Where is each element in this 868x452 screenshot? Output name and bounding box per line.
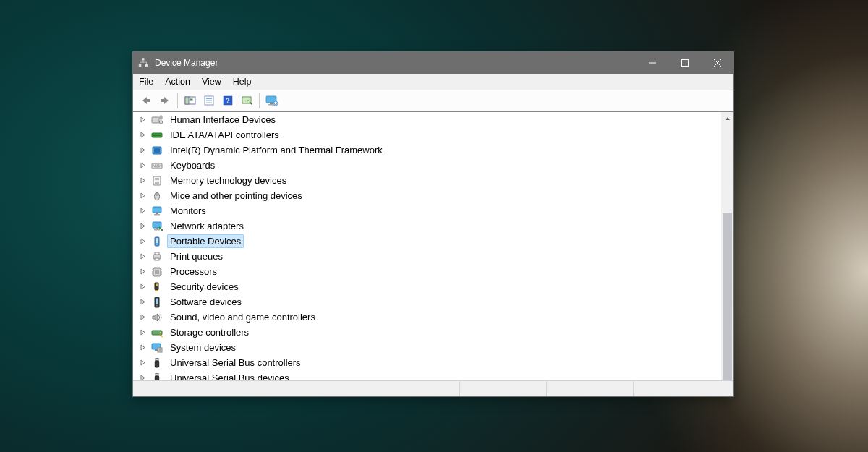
network-icon [151,221,163,232]
ide-icon [151,129,163,141]
expander-icon[interactable] [139,207,147,215]
properties-icon [203,95,215,106]
toolbar-separator [177,93,178,108]
svg-rect-81 [156,373,158,376]
tree-item-label: Memory technology devices [167,174,289,187]
svg-rect-1 [139,64,142,67]
expander-icon[interactable] [139,313,147,321]
svg-rect-27 [152,163,162,169]
device-tree[interactable]: Human Interface DevicesIDE ATA/ATAPI con… [133,112,721,380]
expander-icon[interactable] [139,268,147,276]
expander-icon[interactable] [139,161,147,169]
svg-rect-67 [156,283,158,286]
statusbar [133,380,733,396]
scrollbar-thumb[interactable] [723,213,732,380]
svg-rect-47 [156,238,158,243]
tree-item-label: Intel(R) Dynamic Platform and Thermal Fr… [167,143,386,157]
expander-icon[interactable] [139,146,147,154]
statusbar-cell [133,381,460,396]
tree-item[interactable]: IDE ATA/ATAPI controllers [133,127,721,142]
toolbar-forward-button[interactable] [156,93,174,109]
expander-icon[interactable] [139,237,147,245]
svg-rect-6 [190,99,193,101]
expander-icon[interactable] [139,131,147,139]
svg-rect-24 [153,135,161,136]
expander-icon[interactable] [139,192,147,200]
toolbar-show-hidden-button[interactable] [182,93,199,109]
statusbar-cell [460,381,547,396]
tree-item[interactable]: Network adapters [133,218,721,234]
expander-icon[interactable] [139,222,147,230]
tree-item[interactable]: Security devices [133,279,721,294]
tree-item[interactable]: Monitors [133,203,721,218]
svg-rect-70 [156,298,158,304]
scrollbar-track[interactable] [721,124,733,368]
tree-item[interactable]: Universal Serial Bus controllers [133,355,721,370]
menu-file[interactable]: File [133,74,159,90]
tree-item[interactable]: Software devices [133,294,721,310]
expander-icon[interactable] [139,374,147,380]
vertical-scrollbar[interactable] [721,112,733,380]
menu-action[interactable]: Action [159,74,196,90]
minimize-button[interactable] [636,52,668,74]
titlebar[interactable]: Device Manager [133,52,733,74]
expander-icon[interactable] [139,283,147,291]
mouse-icon [151,190,163,202]
tree-item[interactable]: Universal Serial Bus devices [133,370,721,380]
expander-icon[interactable] [139,298,147,306]
usb-icon [151,372,163,381]
tree-item[interactable]: Human Interface Devices [133,112,721,127]
expander-icon[interactable] [139,359,147,367]
menu-help[interactable]: Help [227,74,258,90]
tree-item[interactable]: Intel(R) Dynamic Platform and Thermal Fr… [133,142,721,158]
svg-rect-40 [156,213,158,214]
tree-item-label: Sound, video and game controllers [167,310,318,324]
svg-point-73 [160,332,161,333]
toolbar-scan-button[interactable] [238,93,255,109]
expander-icon[interactable] [139,176,147,184]
toolbar-help-button[interactable]: ? [219,93,237,109]
tree-item[interactable]: Processors [133,264,721,279]
svg-rect-14 [243,98,250,103]
svg-rect-3 [681,60,688,67]
svg-rect-68 [155,290,158,291]
svg-text:?: ? [226,96,230,105]
tree-item[interactable]: Sound, video and game controllers [133,310,721,325]
toolbar-properties-button[interactable] [200,93,218,109]
tree-item[interactable]: Keyboards [133,158,721,173]
content-area: Human Interface DevicesIDE ATA/ATAPI con… [133,111,733,380]
tree-item-label: Monitors [167,204,209,218]
svg-rect-20 [152,117,159,123]
expander-icon[interactable] [139,328,147,336]
svg-point-22 [159,120,162,123]
svg-rect-35 [155,178,159,180]
toolbar-monitor-toggle-button[interactable] [263,93,281,109]
tree-item[interactable]: Mice and other pointing devices [133,188,721,203]
tree-item[interactable]: Portable Devices [133,234,721,249]
menu-view[interactable]: View [196,74,227,90]
expander-icon[interactable] [139,344,147,351]
expander-icon[interactable] [139,116,147,124]
menubar: File Action View Help [133,74,733,90]
printer-icon [151,251,163,263]
svg-rect-21 [160,116,162,119]
tree-item-label: Mice and other pointing devices [167,189,305,202]
tree-item-label: Portable Devices [167,234,244,248]
toolbar-back-button[interactable] [137,93,155,109]
svg-rect-44 [154,229,160,231]
window-title: Device Manager [155,58,218,68]
maximize-button[interactable] [668,52,701,74]
tree-item[interactable]: Memory technology devices [133,173,721,188]
usb-icon [151,357,163,369]
sound-icon [151,312,163,323]
scroll-up-arrow-icon[interactable] [721,112,733,124]
svg-rect-76 [155,349,158,351]
svg-rect-32 [161,164,162,166]
tree-item[interactable]: Storage controllers [133,325,721,340]
tree-item[interactable]: Print queues [133,249,721,264]
svg-rect-5 [185,97,189,104]
expander-icon[interactable] [139,252,147,260]
tree-item-label: Security devices [167,280,242,294]
close-button[interactable] [701,52,733,74]
tree-item[interactable]: System devices [133,340,721,355]
